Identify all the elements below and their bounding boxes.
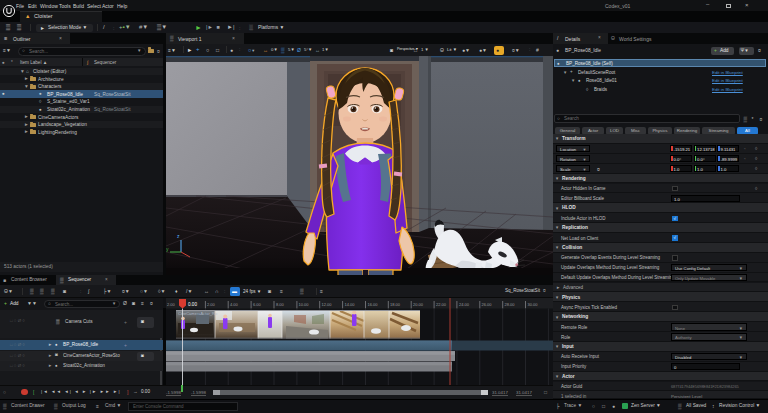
- svg-text:24.00: 24.00: [459, 302, 470, 307]
- svg-text:6.00: 6.00: [253, 302, 262, 307]
- svg-text:26.00: 26.00: [482, 302, 493, 307]
- svg-text:4.00: 4.00: [230, 302, 239, 307]
- svg-text:12.00: 12.00: [322, 302, 333, 307]
- svg-text:8.00: 8.00: [276, 302, 285, 307]
- svg-text:2.00: 2.00: [207, 302, 216, 307]
- svg-text:22.00: 22.00: [436, 302, 447, 307]
- svg-text:18.00: 18.00: [390, 302, 401, 307]
- svg-text:10.00: 10.00: [299, 302, 310, 307]
- svg-text:16.00: 16.00: [368, 302, 379, 307]
- svg-text:20.00: 20.00: [413, 302, 424, 307]
- svg-text:14.00: 14.00: [345, 302, 356, 307]
- svg-text:2.00: 2.00: [167, 302, 176, 307]
- svg-text:0.00: 0.00: [188, 302, 197, 307]
- svg-text:30.00: 30.00: [528, 302, 539, 307]
- svg-text:28.00: 28.00: [505, 302, 516, 307]
- svg-text:CineCameraActor_Ro: CineCameraActor_Ro: [178, 310, 218, 315]
